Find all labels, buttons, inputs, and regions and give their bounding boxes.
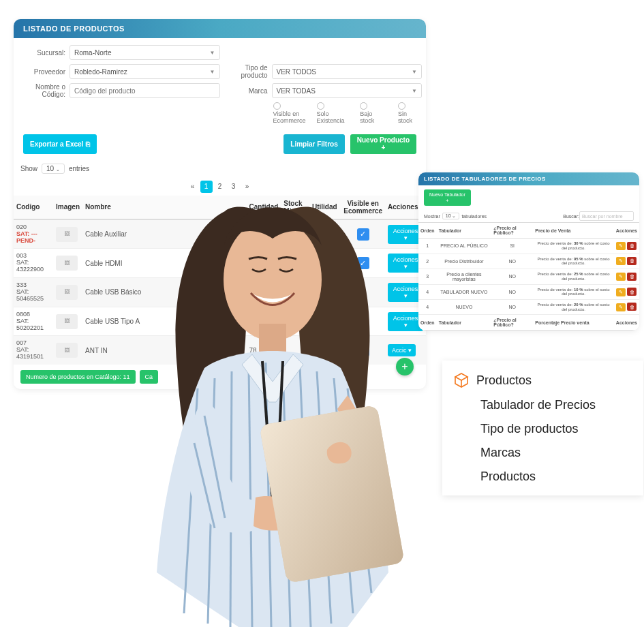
cell-orden: 3 [418, 269, 437, 284]
delete-icon[interactable]: 🗑 [627, 303, 637, 311]
sucursal-label: Sucursal: [23, 49, 65, 57]
cell-codigo: 003 SAT: 43222900 [14, 249, 53, 278]
cell-visible[interactable]: ✓ [341, 219, 385, 249]
th-utilidad[interactable]: Utilidad [308, 196, 341, 219]
cell-codigo: 333 SAT: 50465525 [14, 278, 53, 307]
delete-icon[interactable]: 🗑 [627, 288, 637, 296]
filter-area: Sucursal: Roma-Norte Proveedor Robledo-R… [14, 38, 426, 127]
marca-select[interactable]: VER TODAS [272, 83, 423, 98]
cell-imagen: 🖼 [53, 249, 82, 278]
menu-item-tabulador[interactable]: Tabulador de Precios [442, 393, 643, 417]
delete-icon[interactable]: 🗑 [627, 273, 637, 281]
new-product-button[interactable]: Nuevo Producto+ [350, 134, 416, 154]
edit-icon[interactable]: ✎ [616, 273, 626, 281]
th-imagen[interactable]: Imagen [53, 196, 82, 219]
cell-imagen: 🖼 [53, 336, 82, 365]
svg-line-9 [317, 371, 331, 624]
products-footer: Numero de productos en Catálogo: 11 Ca [14, 365, 426, 389]
th-acc[interactable]: Acciones [614, 223, 639, 239]
menu-item-marcas[interactable]: Marcas [442, 441, 643, 465]
tabuladores-table: Orden Tabulador ¿Precio al Público? Prec… [418, 222, 639, 331]
export-excel-button[interactable]: Exportar a Excel⎘ [23, 134, 97, 154]
edit-icon[interactable]: ✎ [616, 288, 626, 296]
menu-head-productos[interactable]: Productos [442, 367, 643, 393]
page-next[interactable]: » [241, 181, 254, 193]
cell-visible[interactable]: ✓ [341, 336, 385, 365]
edit-icon[interactable]: ✎ [616, 242, 626, 250]
edit-icon[interactable]: ✎ [616, 257, 626, 265]
tab-search-input[interactable]: Buscar por nombre [579, 211, 634, 221]
cell-utilidad: 60% [308, 278, 341, 307]
codigo-input[interactable] [70, 83, 220, 98]
product-thumb: 🖼 [56, 314, 78, 329]
cell-visible[interactable] [341, 278, 385, 307]
check-icon: ✓ [357, 257, 369, 269]
clear-filters-button[interactable]: Limpiar Filtros [283, 134, 344, 154]
fab-add-button[interactable]: + [396, 358, 414, 375]
cell-precio-venta: Precio de venta de: 10 % sobre el costo … [533, 284, 614, 299]
th-orden[interactable]: Orden [418, 223, 437, 239]
page-1[interactable]: 1 [200, 181, 213, 193]
proveedor-label: Proveedor [23, 68, 65, 76]
table-row: 4 TABULADOR NUEVO NO Precio de venta de:… [418, 284, 639, 299]
page-3[interactable]: 3 [228, 181, 240, 193]
radio-solo-existencia[interactable]: Solo Existencia [317, 102, 350, 125]
svg-line-4 [230, 371, 232, 627]
cell-nombre: Cable USB Básico [82, 278, 247, 307]
svg-line-2 [184, 388, 198, 613]
page-prev[interactable]: « [187, 181, 199, 193]
th-pv[interactable]: Precio de Venta [533, 223, 614, 239]
th-cantidad[interactable]: Cantidad [247, 196, 281, 219]
new-tabulador-button[interactable]: Nuevo Tabulador+ [424, 189, 471, 206]
cell-tabulador: Precio Distribuidor [437, 254, 492, 269]
cell-visible[interactable] [341, 307, 385, 336]
th-tab[interactable]: Tabulador [437, 223, 492, 239]
th-nombre[interactable]: Nombre [82, 196, 247, 219]
cell-utilidad [308, 307, 341, 336]
entries-count-select[interactable]: 10 ⌄ [42, 164, 65, 174]
svg-line-6 [266, 363, 271, 627]
tab-entries-select[interactable]: 10 ⌄ [442, 213, 460, 219]
cell-nombre: Cable HDMI [82, 249, 247, 278]
th-stock[interactable]: Stock Min [281, 196, 308, 219]
check-icon: ✓ [357, 228, 369, 241]
svg-line-11 [348, 388, 371, 593]
cell-publico: SI [491, 239, 533, 254]
tipo-select[interactable]: VER TODOS [272, 64, 423, 79]
paginator: « 1 2 3 » [14, 177, 426, 196]
menu-item-productos[interactable]: Productos [442, 465, 643, 489]
menu-item-tipo[interactable]: Tipo de productos [442, 417, 643, 441]
table-row: 4 NUEVO NO Precio de venta de: 20 % sobr… [418, 299, 639, 314]
catalog-count: Numero de productos en Catálogo: 11 [20, 370, 136, 384]
sucursal-select[interactable]: Roma-Norte [70, 45, 220, 60]
svg-line-7 [283, 363, 290, 627]
delete-icon[interactable]: 🗑 [627, 257, 637, 265]
table-row: 003 SAT: 43222900 🖼 Cable HDMI 166 30%$3… [14, 249, 426, 278]
radio-group: Visible en Ecommerce Solo Existencia Baj… [273, 102, 423, 125]
cell-acciones: ✎🗑 [614, 239, 639, 254]
cell-visible[interactable]: ✓ [341, 249, 385, 278]
cell-imagen: 🖼 [53, 219, 82, 249]
th-publico[interactable]: ¿Precio al Público? [491, 223, 533, 239]
cell-cantidad: 166 [247, 249, 281, 278]
row-actions-button[interactable]: Accic [388, 344, 416, 356]
edit-icon[interactable]: ✎ [616, 303, 626, 311]
radio-visible-ecommerce[interactable]: Visible en Ecommerce [273, 102, 306, 125]
radio-sin-stock[interactable]: Sin stock [398, 102, 422, 125]
th-codigo[interactable]: Codigo [14, 196, 53, 219]
cell-orden: 4 [418, 299, 437, 314]
cell-imagen: 🖼 [53, 307, 82, 336]
product-thumb: 🖼 [56, 285, 78, 300]
delete-icon[interactable]: 🗑 [627, 242, 637, 250]
products-table: Codigo Imagen Nombre Cantidad Stock Min … [14, 196, 426, 365]
page-2[interactable]: 2 [214, 181, 226, 193]
table-row: 007 SAT: 43191501 🖼 ANT IN 78 ✓ Accic [14, 336, 426, 365]
radio-bajo-stock[interactable]: Bajo stock [360, 102, 387, 125]
svg-line-3 [208, 378, 215, 624]
proveedor-select[interactable]: Robledo-Ramirez [70, 64, 220, 79]
price-tabs-title: LISTADO DE TABULADORES DE PRECIOS [418, 172, 639, 185]
th-visible[interactable]: Visible en Ecommerce [341, 196, 385, 219]
cell-publico: NO [491, 269, 533, 284]
cell-cantidad: 145 [247, 219, 281, 249]
cell-precio-venta: Precio de venta de: 20 % sobre el costo … [533, 299, 614, 314]
